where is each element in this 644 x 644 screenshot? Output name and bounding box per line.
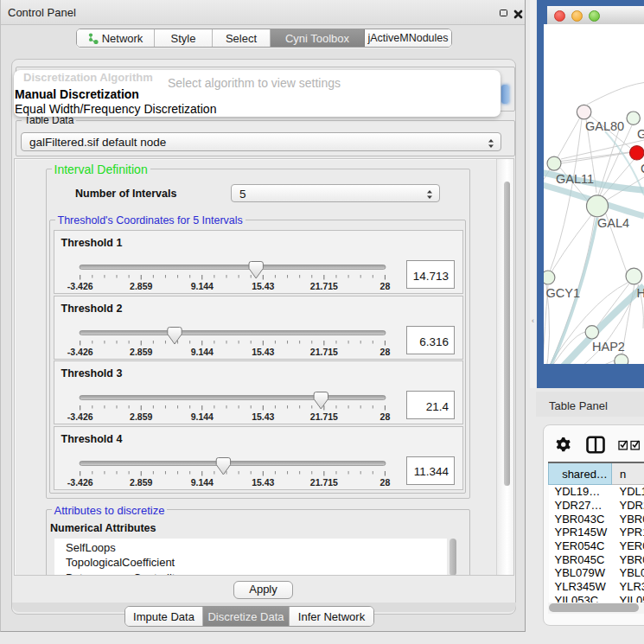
svg-text:GAL80: GAL80 — [585, 119, 624, 133]
svg-text:9.144: 9.144 — [190, 347, 213, 357]
svg-text:28: 28 — [379, 477, 390, 488]
svg-text:GCY1: GCY1 — [546, 286, 581, 300]
svg-text:GA: GA — [637, 127, 644, 141]
svg-text:15.43: 15.43 — [252, 347, 274, 357]
svg-text:2.859: 2.859 — [130, 281, 152, 291]
svg-text:15.43: 15.43 — [252, 281, 274, 291]
svg-text:15.43: 15.43 — [252, 411, 274, 422]
svg-text:-3.426: -3.426 — [67, 347, 92, 357]
svg-text:15.43: 15.43 — [252, 477, 274, 488]
svg-text:2.859: 2.859 — [130, 347, 152, 357]
svg-text:GAL11: GAL11 — [556, 172, 594, 186]
svg-text:HA: HA — [637, 286, 644, 300]
svg-text:21.715: 21.715 — [309, 477, 337, 488]
svg-text:9.144: 9.144 — [190, 411, 213, 422]
svg-text:9.144: 9.144 — [190, 477, 213, 488]
svg-text:9.144: 9.144 — [190, 281, 213, 291]
svg-text:2.859: 2.859 — [130, 411, 152, 422]
svg-text:21.715: 21.715 — [309, 347, 337, 357]
svg-text:HAP2: HAP2 — [592, 340, 625, 354]
svg-text:CY: CY — [641, 162, 644, 175]
svg-text:28: 28 — [379, 347, 390, 357]
svg-text:-3.426: -3.426 — [67, 477, 92, 488]
svg-text:28: 28 — [379, 411, 390, 422]
svg-text:28: 28 — [379, 281, 390, 291]
svg-text:GAL4: GAL4 — [597, 216, 629, 230]
svg-text:21.715: 21.715 — [309, 281, 337, 291]
svg-text:2.859: 2.859 — [130, 477, 152, 488]
svg-text:-3.426: -3.426 — [67, 411, 92, 422]
svg-text:21.715: 21.715 — [309, 411, 337, 422]
svg-text:-3.426: -3.426 — [67, 281, 92, 291]
